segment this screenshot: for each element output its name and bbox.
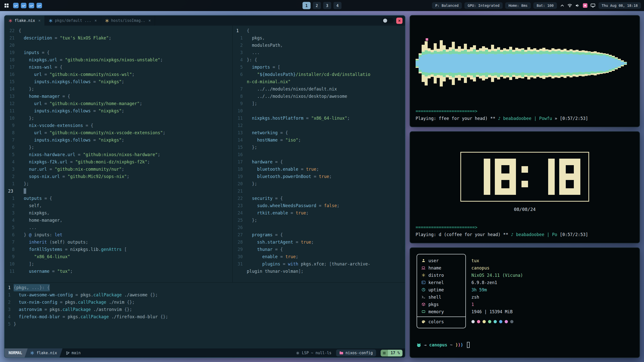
status-pill: GPU: Integrated: [464, 2, 503, 9]
code-line: 2 modulesPath,: [233, 42, 405, 49]
nix-file-icon: [9, 19, 12, 23]
code-line: 31 plugins = with pkgs.xfce; [thunar-arc…: [233, 260, 405, 268]
code-line: 4 nixpkgs-f2k.url = "github:moni-dz/nixp…: [5, 158, 232, 166]
pinned-app-1-icon[interactable]: [13, 3, 19, 8]
code-line: 11 inputs.nixpkgs.follows = "nixpkgs";: [5, 107, 232, 115]
tab-close-icon[interactable]: ×: [95, 18, 97, 23]
visualizer-column: [470, 23, 473, 104]
visualizer-column: [416, 23, 419, 104]
code-line: 15 };: [233, 144, 405, 151]
seven-segment-digit: [520, 159, 529, 195]
code-line: 25 };: [233, 217, 405, 224]
color-dot: [477, 320, 480, 323]
workspace-button-4[interactable]: 4: [334, 2, 342, 9]
code-line: 5 ...: [5, 224, 232, 231]
pinned-app-2-icon[interactable]: [21, 3, 26, 8]
tab-close-icon[interactable]: ×: [148, 18, 151, 23]
color-dot: [488, 320, 491, 323]
audio-visualizer: [416, 23, 634, 104]
project-badge[interactable]: nixos-config: [336, 349, 376, 356]
code-line: n-cd-minimal.nix": [233, 78, 405, 85]
workspace-button-2[interactable]: 2: [313, 2, 321, 9]
pink-badge-icon[interactable]: [583, 3, 587, 8]
visualizer-column: [621, 23, 624, 104]
fetch-value: 3h 59m: [471, 287, 487, 292]
arrow-up-icon[interactable]: [560, 4, 564, 7]
seven-segment-digit: [469, 159, 490, 195]
pane-pkgs-default[interactable]: 1{pkgs, ...}: {1 tux-awesome-wm-config =…: [5, 283, 405, 348]
wifi-icon[interactable]: [568, 4, 572, 8]
code-line: 27 programs = {: [233, 231, 405, 239]
buffer-tabs: flake.nix×pkgs/default ...×hosts/isoImag…: [5, 16, 155, 26]
fetch-row: memory: [421, 308, 461, 315]
tab-hosts-isoImag..[interactable]: hosts/isoImag..×: [101, 16, 155, 26]
code-line: 4}: {: [233, 56, 405, 64]
workspace-button-3[interactable]: 3: [323, 2, 331, 9]
visualizer-column: [618, 23, 621, 104]
fetch-label: user: [428, 258, 439, 263]
shell-prompt[interactable]: → canopus ~ ))): [417, 342, 633, 348]
code-line: 8 ../../modules/nixos/desktop/awesome: [233, 93, 405, 100]
fetch-row: colors: [421, 318, 461, 325]
visualizer-column: [545, 23, 548, 104]
mode-indicator: NORMAL: [5, 348, 28, 357]
tab-pkgs-default-...[interactable]: pkgs/default ...×: [45, 16, 101, 26]
volume-icon[interactable]: [575, 4, 580, 8]
tab-flake.nix[interactable]: flake.nix×: [5, 16, 45, 26]
visualizer-column: [554, 23, 557, 104]
code-line: 1{: [233, 27, 405, 34]
visualizer-column: [530, 23, 533, 104]
pinned-app-4-icon[interactable]: [36, 3, 42, 8]
visualizer-column: [582, 23, 585, 104]
code-line: 8 forAllSystems = nixpkgs.lib.genAttrs [: [5, 246, 232, 253]
tab-label: pkgs/default ...: [55, 18, 91, 23]
folder-icon: [339, 351, 343, 355]
desktop: { "topbar": { "launcher_icon": "grid-ico…: [0, 0, 644, 362]
system-fetch: userhnamedistrokerneluptimeshellpkgsmemo…: [417, 254, 633, 328]
code-line: 5}: [5, 321, 405, 328]
code-line: 20: [5, 42, 232, 49]
track-progress-line: =======================>: [416, 108, 634, 115]
code-line: 1 outputs = {: [5, 195, 232, 202]
color-dot: [505, 320, 508, 323]
fetch-label: colors: [428, 319, 444, 324]
fetch-row: tux: [471, 257, 523, 264]
seven-segment-digit: [559, 159, 580, 195]
workspace-button-1[interactable]: 1: [303, 2, 311, 9]
visualizer-column: [536, 23, 539, 104]
code-line: 1 tux-awesome-wm-config = pkgs.callPacka…: [5, 291, 405, 299]
fetch-label: pkgs: [428, 302, 439, 307]
display-icon[interactable]: [591, 4, 595, 8]
visualizer-column: [512, 23, 515, 104]
memory-icon: [421, 310, 426, 313]
pane-flake-nix[interactable]: 22{21 description = "tux's NixOS Flake";…: [5, 26, 232, 282]
fetch-row: NixOS 24.11 (Vicuna): [471, 272, 523, 279]
cat-icon: [417, 343, 421, 347]
pane-iso-image[interactable]: 1{1 pkgs,2 modulesPath,3 ...4}: {5 impor…: [233, 26, 405, 282]
app-launcher-button[interactable]: [3, 2, 10, 9]
color-dot: [494, 320, 497, 323]
visualizer-column: [500, 23, 503, 104]
code-line: 7 ../../modules/nixos/default.nix: [233, 85, 405, 93]
pinned-app-3-icon[interactable]: [29, 3, 34, 8]
clock-display: [460, 152, 589, 202]
code-line: 16 url = "github:nix-community/nixos-wsl…: [5, 71, 232, 78]
tab-close-icon[interactable]: ×: [38, 18, 41, 23]
code-line: 23: [5, 188, 232, 195]
visualizer-column: [431, 23, 434, 104]
clock-terminal-window: 08/08/24 =======================> Playin…: [410, 131, 640, 243]
track-progress-line: =======================>: [416, 224, 634, 231]
visualizer-column: [551, 23, 554, 104]
code-line: 9 nix-vscode-extensions = {: [5, 122, 232, 129]
seven-segment-digit: [534, 159, 555, 195]
visualizer-column: [473, 23, 476, 104]
visualizer-column: [467, 23, 470, 104]
code-line: 13 home-manager = {: [5, 93, 232, 100]
code-line: plugin thunar-volman];: [233, 268, 405, 275]
window-toggle[interactable]: [382, 18, 394, 23]
terminal-icon: [421, 281, 426, 284]
visualizer-column: [564, 23, 567, 104]
visualizer-column: [506, 23, 509, 104]
visualizer-column: [485, 23, 488, 104]
window-close-button[interactable]: ×: [396, 18, 403, 24]
